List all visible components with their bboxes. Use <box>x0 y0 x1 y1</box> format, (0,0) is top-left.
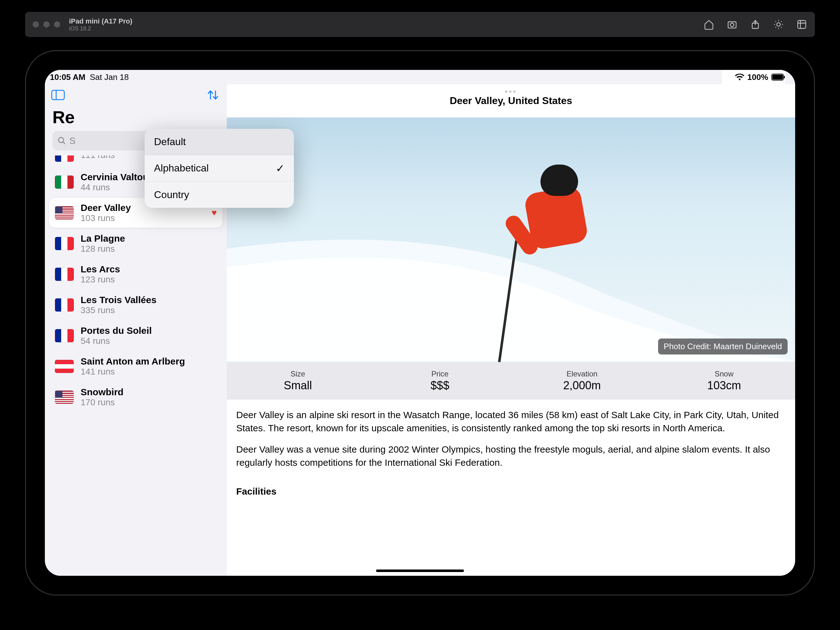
device-name: iPad mini (A17 Pro) <box>69 17 133 25</box>
status-bar: 10:05 AM Sat Jan 18 100% <box>45 70 795 84</box>
resort-name: Snowbird <box>81 387 217 397</box>
sidebar-toggle-icon[interactable] <box>51 90 65 100</box>
stat-price: Price $$$ <box>369 370 511 392</box>
svg-line-11 <box>63 142 65 144</box>
resort-name: Portes du Soleil <box>81 325 217 336</box>
flag-icon <box>55 329 74 342</box>
sort-option-label: Alphabetical <box>154 162 208 174</box>
stat-label: Size <box>227 370 369 378</box>
facilities-heading: Facilities <box>227 486 795 497</box>
status-left: 10:05 AM Sat Jan 18 <box>50 72 129 82</box>
stat-label: Elevation <box>511 370 653 378</box>
search-placeholder: S <box>69 135 76 146</box>
flag-icon <box>55 206 74 219</box>
stat-label: Price <box>369 370 511 378</box>
sidebar: Re S 111 runs <box>45 84 227 576</box>
flag-icon <box>55 156 74 162</box>
simulator-toolbar <box>703 19 807 30</box>
ipad-frame: 10:05 AM Sat Jan 18 100% <box>25 50 815 595</box>
home-indicator[interactable] <box>376 570 464 572</box>
sort-option-label: Country <box>154 189 189 201</box>
flag-icon <box>55 175 74 189</box>
resort-runs: 123 runs <box>81 274 217 285</box>
svg-rect-6 <box>772 75 783 80</box>
svg-point-3 <box>777 22 780 26</box>
os-version: iOS 18.2 <box>69 25 133 32</box>
stat-label: Snow <box>653 370 795 378</box>
resort-runs: 54 runs <box>81 336 217 346</box>
brightness-icon[interactable] <box>773 19 784 30</box>
detail-header: ••• Deer Valley, United States <box>227 84 795 118</box>
status-right: 100% <box>735 72 785 82</box>
resort-name: Les Trois Vallées <box>81 295 217 305</box>
stat-size: Size Small <box>227 370 369 392</box>
keyboard-icon[interactable] <box>796 19 807 30</box>
minimize-window[interactable] <box>43 21 50 28</box>
stat-elevation: Elevation 2,000m <box>511 370 653 392</box>
flag-icon <box>55 391 74 404</box>
resort-runs: 128 runs <box>81 244 217 254</box>
resort-runs: 335 runs <box>81 305 217 315</box>
checkmark-icon: ✓ <box>276 162 284 175</box>
ipad-screen: 10:05 AM Sat Jan 18 100% <box>45 70 795 576</box>
heart-icon[interactable]: ♥ <box>212 208 217 218</box>
home-icon[interactable] <box>703 19 715 30</box>
sort-option-alphabetical[interactable]: Alphabetical ✓ <box>145 155 294 181</box>
status-date: Sat Jan 18 <box>90 72 129 82</box>
close-window[interactable] <box>33 21 39 28</box>
screenshot-icon[interactable] <box>726 19 738 30</box>
svg-rect-8 <box>52 90 64 100</box>
wifi-icon <box>735 74 744 80</box>
svg-rect-4 <box>797 20 806 28</box>
stat-value: $$$ <box>369 379 511 392</box>
resort-runs: 170 runs <box>81 397 217 408</box>
svg-rect-0 <box>728 22 736 28</box>
list-item[interactable]: Snowbird 170 runs <box>49 383 223 412</box>
resort-runs: 141 runs <box>81 367 217 377</box>
main-content: Re S 111 runs <box>45 84 795 576</box>
list-item[interactable]: Saint Anton am Arlberg 141 runs <box>49 352 223 381</box>
flag-icon <box>55 298 74 312</box>
battery-icon <box>771 74 785 80</box>
window-controls <box>33 21 60 28</box>
grab-handle-icon[interactable]: ••• <box>505 87 517 96</box>
list-item[interactable]: Portes du Soleil 54 runs <box>49 321 223 350</box>
description-paragraph: Deer Valley was a venue site during 2002… <box>236 443 786 469</box>
slope-graphic <box>227 118 795 361</box>
zoom-window[interactable] <box>54 21 60 28</box>
resort-runs: 103 runs <box>81 213 205 223</box>
sort-menu: Default Alphabetical ✓ Country <box>145 129 294 208</box>
battery-percent: 100% <box>747 72 769 82</box>
stat-value: 103cm <box>653 379 795 392</box>
sort-icon[interactable] <box>207 89 219 101</box>
list-item[interactable]: Les Arcs 123 runs <box>49 260 223 289</box>
sort-option-label: Default <box>154 136 186 148</box>
description-paragraph: Deer Valley is an alpine ski resort in t… <box>236 408 786 435</box>
simulator-bar: iPad mini (A17 Pro) iOS 18.2 <box>25 12 815 37</box>
simulator-title: iPad mini (A17 Pro) iOS 18.2 <box>69 17 133 32</box>
svg-point-10 <box>58 138 64 143</box>
stat-value: Small <box>227 379 369 392</box>
detail-title: Deer Valley, United States <box>450 95 572 107</box>
sort-option-default[interactable]: Default <box>145 129 294 155</box>
description: Deer Valley is an alpine ski resort in t… <box>227 400 795 486</box>
share-icon[interactable] <box>750 19 761 30</box>
hero-image: Photo Credit: Maarten Duineveld <box>227 118 795 362</box>
detail-pane: ••• Deer Valley, United States <box>227 84 795 576</box>
list-item[interactable]: Les Trois Vallées 335 runs <box>49 290 223 320</box>
status-right-bg: 100% <box>722 70 785 84</box>
flag-icon <box>55 360 74 373</box>
resort-name: Saint Anton am Arlberg <box>81 356 217 367</box>
flag-icon <box>55 237 74 250</box>
stat-snow: Snow 103cm <box>653 370 795 392</box>
resort-name: La Plagne <box>81 233 217 244</box>
stats-bar: Size Small Price $$$ Elevation 2,000m Sn… <box>227 362 795 400</box>
svg-point-1 <box>730 23 734 27</box>
sort-option-country[interactable]: Country <box>145 181 294 208</box>
resort-list[interactable]: 111 runs Cervinia Valtournenche 44 runs <box>45 156 227 576</box>
svg-rect-7 <box>784 76 785 78</box>
resort-name: Les Arcs <box>81 264 217 274</box>
photo-credit: Photo Credit: Maarten Duineveld <box>658 339 788 354</box>
list-item[interactable]: La Plagne 128 runs <box>49 229 223 258</box>
page-title: Re <box>45 106 227 131</box>
